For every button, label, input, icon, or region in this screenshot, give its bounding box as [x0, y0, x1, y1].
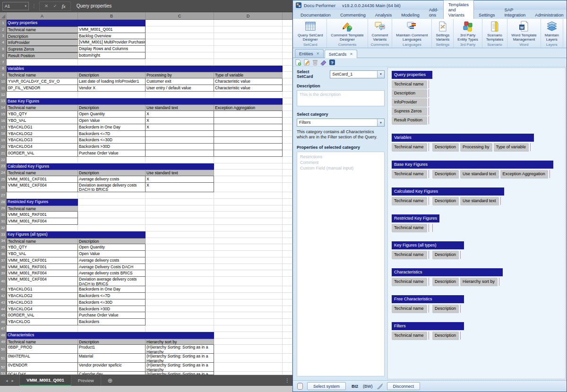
cell[interactable]: [146, 286, 214, 293]
cell[interactable]: Hierarchy sort by: [146, 339, 214, 345]
cell[interactable]: 0ORDER_VAL: [7, 150, 78, 157]
cell[interactable]: Average Delivery Costs DACH: [78, 264, 146, 271]
cell[interactable]: (H)ierarchy Sorting: Sorting as in a Hie…: [146, 345, 214, 354]
ribbon-tab-sap-integration[interactable]: SAP Integration: [499, 6, 530, 19]
cell[interactable]: [214, 277, 283, 286]
field-chip[interactable]: Use standard text: [460, 197, 498, 205]
field-chip[interactable]: Description: [432, 170, 458, 178]
cell[interactable]: [283, 39, 292, 46]
ribbon-tab-commenting[interactable]: Commenting: [335, 11, 370, 19]
row-number[interactable]: 50: [0, 345, 7, 354]
cell[interactable]: [283, 124, 292, 131]
cell[interactable]: [283, 319, 292, 325]
row-number[interactable]: 18: [0, 131, 7, 137]
cell[interactable]: [214, 170, 283, 176]
cell[interactable]: [283, 46, 292, 52]
cell[interactable]: [214, 332, 283, 339]
cell[interactable]: Backlog Overview: [78, 33, 146, 40]
field-chip[interactable]: InfoProvider: [392, 98, 427, 106]
row-number[interactable]: 1: [0, 20, 7, 26]
field-chip[interactable]: Result Position: [392, 116, 427, 124]
cell[interactable]: [283, 26, 292, 33]
cell[interactable]: Result Position: [7, 52, 78, 59]
cell[interactable]: Processing by: [146, 72, 214, 78]
cell[interactable]: YBACKLOG1: [7, 124, 78, 131]
row-number[interactable]: 35: [0, 244, 7, 251]
cell[interactable]: Characteristic value: [214, 78, 283, 85]
cell[interactable]: [214, 163, 283, 170]
field-chip[interactable]: Technical name: [392, 80, 427, 88]
cell[interactable]: [146, 218, 214, 225]
cell[interactable]: Technical name: [7, 170, 78, 176]
cell[interactable]: Purchase Order Value: [78, 150, 146, 157]
tab-entities[interactable]: Entities✕: [295, 49, 324, 58]
section-header[interactable]: Key Figures (all types): [392, 241, 464, 249]
cell[interactable]: Open Quantity: [78, 244, 146, 251]
cell[interactable]: Description: [78, 72, 146, 78]
cell[interactable]: [146, 293, 214, 299]
cell[interactable]: [146, 238, 214, 245]
cell[interactable]: [283, 163, 292, 170]
cell[interactable]: Characteristic value: [214, 85, 283, 92]
cell[interactable]: [146, 244, 214, 251]
cell[interactable]: YBO_VAL: [7, 118, 78, 124]
cancel-entry-icon[interactable]: ✕: [44, 3, 48, 9]
cell[interactable]: [283, 59, 292, 66]
field-chip[interactable]: Description: [392, 89, 427, 97]
row-number[interactable]: 51: [0, 354, 7, 363]
ribbon-tab-administration[interactable]: Administration: [530, 11, 567, 19]
cell[interactable]: Product1: [78, 345, 146, 354]
cell[interactable]: [146, 131, 214, 137]
cell[interactable]: X: [146, 124, 214, 131]
row-number[interactable]: 6: [0, 52, 7, 59]
cell[interactable]: Backorders <=30D: [78, 137, 146, 144]
cell[interactable]: [283, 270, 292, 277]
section-header[interactable]: Free Characteristics: [392, 295, 464, 303]
cell[interactable]: 0ORDER_VAL: [7, 312, 78, 319]
row-number[interactable]: 29: [0, 205, 7, 212]
cell[interactable]: [146, 231, 214, 238]
row-number[interactable]: 21: [0, 150, 7, 157]
cell[interactable]: Backorders >30D: [78, 144, 146, 150]
field-chip[interactable]: Exception Aggregation: [500, 170, 548, 178]
cell[interactable]: (H)ierarchy Sorting: Sorting as in a Hie…: [146, 363, 214, 372]
ribbon-tab-templates-and-variants[interactable]: Templates and Variants: [443, 0, 474, 19]
cell[interactable]: [214, 339, 283, 345]
cell[interactable]: YBO_VAL: [7, 251, 78, 257]
cell[interactable]: [214, 238, 283, 245]
cell[interactable]: Exception Aggregation: [214, 104, 283, 111]
row-number[interactable]: 10: [0, 78, 7, 85]
cell[interactable]: Description: [78, 104, 146, 111]
field-chip[interactable]: Type of variable: [494, 143, 529, 151]
cell[interactable]: [78, 192, 146, 199]
field-chip[interactable]: Supress Zeros: [392, 107, 427, 115]
section-header[interactable]: Characteristics: [392, 268, 503, 276]
select-system-button[interactable]: Select system: [307, 382, 346, 390]
cell[interactable]: Technical name: [7, 72, 78, 78]
cell[interactable]: [146, 137, 214, 144]
cell[interactable]: [146, 144, 214, 150]
row-number[interactable]: 36: [0, 251, 7, 257]
setcard-select-caret-icon[interactable]: ▼: [377, 71, 384, 78]
row-number[interactable]: 13: [0, 98, 7, 105]
cell[interactable]: Type of variable: [214, 72, 283, 78]
cell[interactable]: [214, 39, 283, 46]
cell[interactable]: [283, 144, 292, 150]
formula-bar-content[interactable]: Query properties: [77, 3, 112, 9]
cell[interactable]: [283, 293, 292, 299]
cell[interactable]: [283, 118, 292, 124]
cell[interactable]: Backorders: [78, 319, 146, 325]
cell[interactable]: [146, 319, 214, 325]
row-number[interactable]: 40: [0, 277, 7, 286]
cell[interactable]: [214, 46, 283, 52]
field-chip[interactable]: Technical name: [392, 170, 427, 178]
cell[interactable]: Backorders >30D: [78, 306, 146, 313]
cell[interactable]: [283, 244, 292, 251]
add-sheet-icon[interactable]: ⊕: [101, 375, 120, 386]
cell[interactable]: [146, 299, 214, 306]
row-number[interactable]: 48: [0, 332, 7, 339]
cell[interactable]: [283, 52, 292, 59]
cell[interactable]: Restricted Key Figures: [7, 199, 78, 205]
cell[interactable]: [283, 264, 292, 271]
cell[interactable]: [78, 92, 146, 98]
